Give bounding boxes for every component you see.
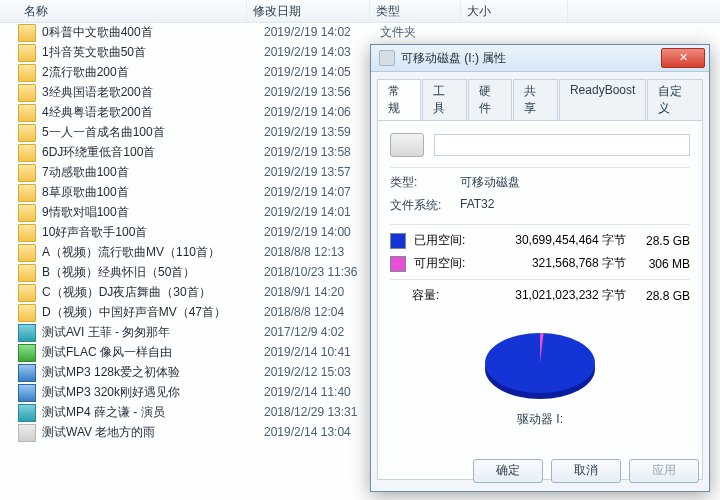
- folder-icon: [18, 44, 36, 62]
- file-date: 2019/2/19 14:03: [264, 42, 380, 62]
- file-date: 2019/2/19 13:59: [264, 122, 380, 142]
- column-header-type[interactable]: 类型: [370, 0, 461, 22]
- cancel-button[interactable]: 取消: [551, 459, 621, 483]
- drive-fs-label: 文件系统:: [390, 197, 460, 214]
- file-type: 文件夹: [380, 22, 464, 42]
- folder-icon: [18, 244, 36, 262]
- file-date: 2019/2/19 14:07: [264, 182, 380, 202]
- audio-blue-icon: [18, 364, 36, 382]
- list-item[interactable]: 0科普中文歌曲400首2019/2/19 14:02文件夹: [0, 22, 720, 42]
- tab-3[interactable]: 共享: [513, 79, 557, 121]
- tab-2[interactable]: 硬件: [468, 79, 512, 121]
- file-date: 2019/2/19 14:05: [264, 62, 380, 82]
- drive-fs-row: 文件系统: FAT32: [390, 197, 690, 220]
- free-space-row: 可用空间: 321,568,768 字节 306 MB: [390, 252, 690, 275]
- file-date: 2019/2/19 14:02: [264, 22, 380, 42]
- close-button[interactable]: ✕: [661, 48, 705, 68]
- dialog-titlebar[interactable]: 可移动磁盘 (I:) 属性 ✕: [371, 45, 709, 72]
- properties-dialog: 可移动磁盘 (I:) 属性 ✕ 常规工具硬件共享ReadyBoost自定义 类型…: [370, 44, 710, 492]
- drive-large-icon: [390, 133, 424, 157]
- folder-icon: [18, 204, 36, 222]
- free-space-swatch: [390, 256, 406, 272]
- column-header-date[interactable]: 修改日期: [247, 0, 370, 22]
- folder-icon: [18, 164, 36, 182]
- file-name: 测试FLAC 像风一样自由: [42, 342, 264, 362]
- used-space-label: 已用空间:: [414, 232, 472, 249]
- tab-5[interactable]: 自定义: [647, 79, 703, 121]
- file-date: 2018/12/29 13:31: [264, 402, 380, 422]
- file-gray-icon: [18, 424, 36, 442]
- file-date: 2019/2/19 13:56: [264, 82, 380, 102]
- file-name: 6DJ环绕重低音100首: [42, 142, 264, 162]
- folder-icon: [18, 84, 36, 102]
- file-name: 测试MP3 128k爱之初体验: [42, 362, 264, 382]
- file-date: 2019/2/19 14:01: [264, 202, 380, 222]
- file-name: 2流行歌曲200首: [42, 62, 264, 82]
- file-date: 2017/12/9 4:02: [264, 322, 380, 342]
- file-date: 2019/2/19 13:58: [264, 142, 380, 162]
- folder-icon: [18, 24, 36, 42]
- drive-icon: [379, 50, 395, 66]
- video-icon: [18, 404, 36, 422]
- capacity-pie-chart: [470, 319, 610, 409]
- file-name: 9情歌对唱100首: [42, 202, 264, 222]
- video-icon: [18, 324, 36, 342]
- drive-fs-value: FAT32: [460, 197, 690, 214]
- file-name: 1抖音英文歌曲50首: [42, 42, 264, 62]
- dialog-title: 可移动磁盘 (I:) 属性: [401, 50, 661, 67]
- file-name: 0科普中文歌曲400首: [42, 22, 264, 42]
- dialog-button-row: 确定 取消 应用: [473, 459, 699, 483]
- tab-0[interactable]: 常规: [377, 79, 421, 121]
- file-name: 测试AVI 王菲 - 匆匆那年: [42, 322, 264, 342]
- folder-icon: [18, 104, 36, 122]
- file-name: 测试WAV 老地方的雨: [42, 422, 264, 442]
- capacity-bytes: 31,021,023,232 字节: [470, 287, 634, 304]
- file-date: 2019/2/14 10:41: [264, 342, 380, 362]
- drive-name-row: [390, 131, 690, 168]
- file-date: 2018/8/8 12:04: [264, 302, 380, 322]
- file-date: 2019/2/14 13:04: [264, 422, 380, 442]
- file-date: 2019/2/19 14:00: [264, 222, 380, 242]
- file-name: 3经典国语老歌200首: [42, 82, 264, 102]
- file-date: 2019/2/14 11:40: [264, 382, 380, 402]
- tab-general-panel: 类型: 可移动磁盘 文件系统: FAT32 已用空间: 30,699,454,4…: [377, 120, 703, 480]
- folder-icon: [18, 144, 36, 162]
- tab-strip: 常规工具硬件共享ReadyBoost自定义: [371, 72, 709, 120]
- tab-4[interactable]: ReadyBoost: [559, 79, 646, 121]
- drive-type-value: 可移动磁盘: [460, 174, 690, 191]
- folder-icon: [18, 124, 36, 142]
- pie-caption: 驱动器 I:: [390, 411, 690, 428]
- column-header-name[interactable]: 名称: [18, 0, 247, 22]
- used-space-row: 已用空间: 30,699,454,464 字节 28.5 GB: [390, 229, 690, 252]
- capacity-row: 容量: 31,021,023,232 字节 28.8 GB: [390, 284, 690, 307]
- ok-button[interactable]: 确定: [473, 459, 543, 483]
- file-name: D（视频）中国好声音MV（47首）: [42, 302, 264, 322]
- file-date: 2019/2/19 14:06: [264, 102, 380, 122]
- drive-type-row: 类型: 可移动磁盘: [390, 168, 690, 197]
- used-space-human: 28.5 GB: [634, 234, 690, 248]
- used-space-bytes: 30,699,454,464 字节: [472, 232, 634, 249]
- audio-green-icon: [18, 344, 36, 362]
- file-date: 2018/9/1 14:20: [264, 282, 380, 302]
- file-date: 2018/10/23 11:36: [264, 262, 380, 282]
- tab-1[interactable]: 工具: [422, 79, 466, 121]
- drive-name-input[interactable]: [434, 134, 690, 156]
- free-space-label: 可用空间:: [414, 255, 472, 272]
- file-name: 8草原歌曲100首: [42, 182, 264, 202]
- file-name: 7动感歌曲100首: [42, 162, 264, 182]
- file-name: 5一人一首成名曲100首: [42, 122, 264, 142]
- used-space-swatch: [390, 233, 406, 249]
- folder-icon: [18, 64, 36, 82]
- file-date: 2019/2/19 13:57: [264, 162, 380, 182]
- free-space-bytes: 321,568,768 字节: [472, 255, 634, 272]
- apply-button[interactable]: 应用: [629, 459, 699, 483]
- file-name: A（视频）流行歌曲MV（110首）: [42, 242, 264, 262]
- folder-icon: [18, 184, 36, 202]
- file-name: 4经典粤语老歌200首: [42, 102, 264, 122]
- file-name: 测试MP3 320k刚好遇见你: [42, 382, 264, 402]
- free-space-human: 306 MB: [634, 257, 690, 271]
- folder-icon: [18, 264, 36, 282]
- column-header-size[interactable]: 大小: [461, 0, 568, 22]
- file-date: 2018/8/8 12:13: [264, 242, 380, 262]
- capacity-label: 容量:: [412, 287, 470, 304]
